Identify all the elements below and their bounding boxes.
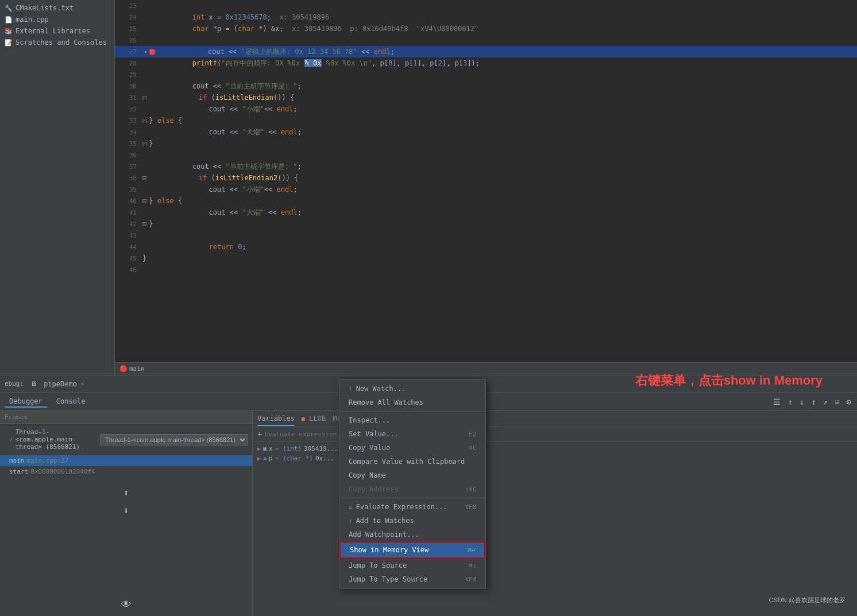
function-icon: 🔴 <box>119 365 128 373</box>
breadcrumb-label: main <box>129 365 145 373</box>
sidebar-item-scratches[interactable]: 📝 Scratches and Consoles <box>0 37 114 48</box>
sidebar-item-main-cpp[interactable]: 📄 main.cpp <box>0 14 114 25</box>
code-line-25: 25 char *p = (char *) &x; x: 305419896 p… <box>115 23 857 34</box>
frame-file-info: 0x0000000102940f4 <box>30 468 95 475</box>
down-frame-icon[interactable]: ⬇ <box>122 504 130 517</box>
tab-lldb[interactable]: ■ LLDB <box>302 412 326 426</box>
frames-header: Frames <box>0 411 252 424</box>
step-into-icon[interactable]: ↓ <box>798 396 805 408</box>
menu-item-remove-all-watches[interactable]: Remove All Watches <box>339 396 485 409</box>
breadcrumb: 🔴 main <box>119 365 145 373</box>
up-frame-icon[interactable]: ⬆ <box>122 486 130 499</box>
lldb-icon: ■ <box>302 416 305 422</box>
run-to-cursor-icon[interactable]: ↗ <box>822 396 829 408</box>
thread-select: ✓ Thread-1-<com.apple.main-thread> (8566… <box>0 424 252 455</box>
tab-console[interactable]: Console <box>52 396 90 408</box>
var-icon-x: ■ <box>263 445 267 452</box>
sidebar-item-label: Scratches and Consoles <box>16 38 107 47</box>
sidebar: 🔧 CMakeLists.txt 📄 main.cpp 📚 External L… <box>0 0 115 375</box>
code-line-45: 45 } <box>115 253 857 264</box>
sidebar-item-label: CMakeLists.txt <box>16 4 74 12</box>
code-editor[interactable]: 23 24 int x = 0x12345678; x: 305419896 2… <box>115 0 857 362</box>
sidebar-item-label: main.cpp <box>16 16 49 24</box>
thread-dropdown[interactable]: Thread-1-<com.apple.main-thread> (856682… <box>100 434 248 445</box>
menu-item-add-to-watches[interactable]: +Add to Watches <box>339 514 485 528</box>
folder-icon: 📚 <box>5 28 13 35</box>
menu-item-inspect[interactable]: Inspect... <box>339 413 485 427</box>
frame-item-main[interactable]: main main.cpp:27 <box>0 455 252 466</box>
menu-separator-1 <box>339 411 485 412</box>
tab-debugger[interactable]: Debugger <box>5 396 47 408</box>
menu-item-add-watchpoint[interactable]: Add Watchpoint... <box>339 528 485 541</box>
context-menu: +New Watch... Remove All Watches Inspect… <box>339 379 486 589</box>
menu-item-evaluate-expression[interactable]: ≡Evaluate Expression... ⌥F8 <box>339 500 485 514</box>
debug-session-name: pipeDemo <box>44 380 77 388</box>
evaluate-icon[interactable]: ≡ <box>833 396 840 408</box>
frame-function-name: start <box>9 468 28 475</box>
annotation-text: 右键菜单，点击show in Memory <box>635 372 823 389</box>
cpp-icon: 📄 <box>5 16 13 24</box>
list-icon[interactable]: ☰ <box>772 396 782 408</box>
step-out-icon[interactable]: ↑ <box>810 396 817 408</box>
code-line-28: 28 printf("内存中的顺序: 0X %0x % 0x %0x %0x \… <box>115 57 857 69</box>
menu-item-copy-name[interactable]: Copy Name <box>339 468 485 482</box>
expand-icon: ▶ <box>257 445 261 452</box>
tab-variables[interactable]: Variables <box>257 412 295 426</box>
debug-label: ebug: <box>5 380 24 388</box>
frames-panel: Frames ✓ Thread-1-<com.apple.main-thread… <box>0 411 253 616</box>
menu-item-jump-to-source[interactable]: Jump To Source ⌘↓ <box>339 559 485 572</box>
menu-item-compare-value[interactable]: Compare Value with Clipboard <box>339 455 485 468</box>
expand-icon: ▶ <box>257 455 261 462</box>
code-line-42: 42 ⊟ } <box>115 218 857 230</box>
var-icon-p: ≡ <box>263 455 267 462</box>
watch-icon[interactable]: 👁 <box>120 597 133 611</box>
menu-item-show-in-memory-view[interactable]: Show in Memory View ⌘↩ <box>339 541 485 559</box>
frame-file-info: main.cpp:27 <box>27 457 69 464</box>
settings-icon[interactable]: ⚙ <box>846 396 852 408</box>
show-in-memory-label: Show in Memory View <box>350 546 428 554</box>
code-line-44: 44 return 0; <box>115 241 857 253</box>
close-session-button[interactable]: ✕ <box>80 380 84 388</box>
scratch-icon: 📝 <box>5 39 13 47</box>
add-watch-icon[interactable]: + <box>257 429 262 439</box>
sidebar-item-external-libs[interactable]: 📚 External Libraries <box>0 25 114 37</box>
code-line-41: 41 cout << "大端" << endl; <box>115 207 857 218</box>
menu-separator-2 <box>339 498 485 498</box>
check-icon: ✓ <box>9 436 13 443</box>
menu-item-new-watch[interactable]: +New Watch... <box>339 382 485 396</box>
code-line-39: 39 cout << "小端"<< endl; <box>115 184 857 195</box>
menu-item-copy-value[interactable]: Copy Value ⌘C <box>339 441 485 455</box>
csdn-watermark: CSDN @喜欢踢足球的老罗 <box>769 596 846 605</box>
sidebar-item-cmake[interactable]: 🔧 CMakeLists.txt <box>0 2 114 14</box>
code-line-32: 32 cout << "小端"<< endl; <box>115 103 857 115</box>
menu-item-copy-address: Copy Address ⇧⌘C <box>339 482 485 496</box>
thread-item[interactable]: ✓ Thread-1-<com.apple.main-thread> (8566… <box>5 426 98 453</box>
thread-name: Thread-1-<com.apple.main-thread> (856682… <box>16 428 93 451</box>
menu-item-set-value[interactable]: Set Value... F2 <box>339 427 485 441</box>
code-line-35: 35 ⊟ } <box>115 138 857 149</box>
frame-function-name: main <box>9 457 25 464</box>
menu-item-jump-to-type-source[interactable]: Jump To Type Source ⌥F4 <box>339 572 485 586</box>
frame-item-start[interactable]: start 0x0000000102940f4 <box>0 466 252 477</box>
code-line-34: 34 cout << "大端" << endl; <box>115 126 857 138</box>
editor-area: 23 24 int x = 0x12345678; x: 305419896 2… <box>115 0 857 375</box>
code-line-46: 46 <box>115 264 857 276</box>
step-over-icon[interactable]: ↑ <box>786 396 793 408</box>
debug-session-icon: 🖥 <box>30 380 37 388</box>
cmake-icon: 🔧 <box>5 5 13 12</box>
sidebar-item-label: External Libraries <box>16 27 90 35</box>
